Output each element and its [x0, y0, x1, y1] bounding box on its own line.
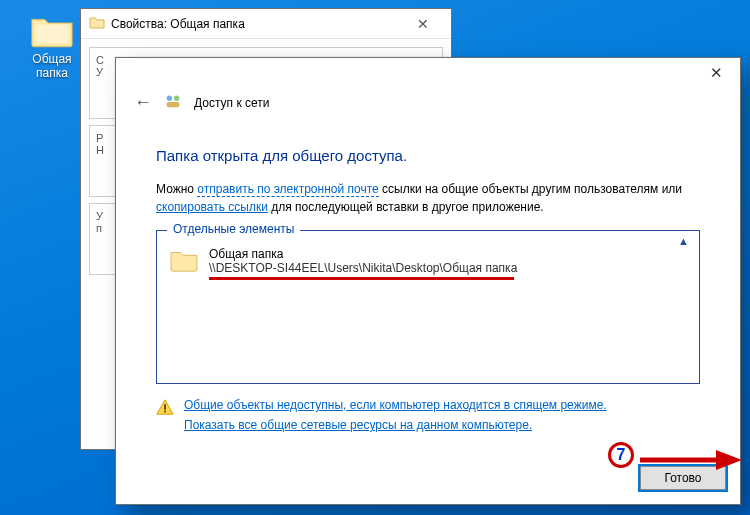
- shared-item-path: \\DESKTOP-SI44EEL\Users\Nikita\Desktop\О…: [209, 261, 517, 275]
- close-button[interactable]: ✕: [694, 59, 738, 87]
- group-legend: Отдельные элементы: [167, 222, 300, 236]
- body-text: Можно отправить по электронной почте ссы…: [156, 180, 700, 216]
- copy-link[interactable]: скопировать ссылки: [156, 200, 268, 214]
- svg-rect-3: [164, 404, 166, 409]
- items-groupbox: Отдельные элементы ▲ Общая папка \\DESKT…: [156, 230, 700, 384]
- svg-marker-6: [716, 450, 742, 470]
- show-all-shares-link[interactable]: Показать все общие сетевые ресурсы на да…: [184, 418, 607, 432]
- folder-icon: [169, 247, 199, 276]
- svg-rect-4: [164, 411, 166, 413]
- desktop-folder[interactable]: Общая папка: [22, 12, 82, 80]
- svg-point-1: [174, 96, 179, 101]
- network-access-wizard: ✕ ← Доступ к сети Папка открыта для обще…: [115, 57, 741, 505]
- folder-icon: [30, 12, 74, 48]
- close-icon[interactable]: ✕: [403, 16, 443, 32]
- wizard-title: Доступ к сети: [194, 96, 269, 110]
- desktop-folder-label: Общая папка: [22, 52, 82, 80]
- annotation-step-number: 7: [608, 442, 634, 468]
- shared-item[interactable]: Общая папка \\DESKTOP-SI44EEL\Users\Niki…: [169, 247, 687, 280]
- shared-item-name: Общая папка: [209, 247, 517, 261]
- annotation-arrow: [638, 447, 742, 473]
- collapse-icon[interactable]: ▲: [678, 235, 689, 247]
- share-icon: [164, 92, 182, 113]
- wizard-titlebar: ✕: [116, 58, 740, 88]
- headline: Папка открыта для общего доступа.: [156, 147, 700, 164]
- properties-titlebar: Свойства: Общая папка ✕: [81, 9, 451, 39]
- annotation-underline: [209, 277, 514, 280]
- wizard-footer: 7 Готово: [116, 460, 740, 504]
- wizard-header: ← Доступ к сети: [116, 88, 740, 123]
- warning-icon: [156, 398, 174, 419]
- svg-rect-2: [167, 102, 180, 107]
- back-arrow-icon[interactable]: ←: [134, 92, 152, 113]
- sleep-warning-link[interactable]: Общие объекты недоступны, если компьютер…: [184, 398, 607, 412]
- properties-title: Свойства: Общая папка: [111, 17, 397, 31]
- svg-point-0: [167, 96, 172, 101]
- folder-icon: [89, 15, 105, 32]
- email-link[interactable]: отправить по электронной почте: [197, 182, 378, 197]
